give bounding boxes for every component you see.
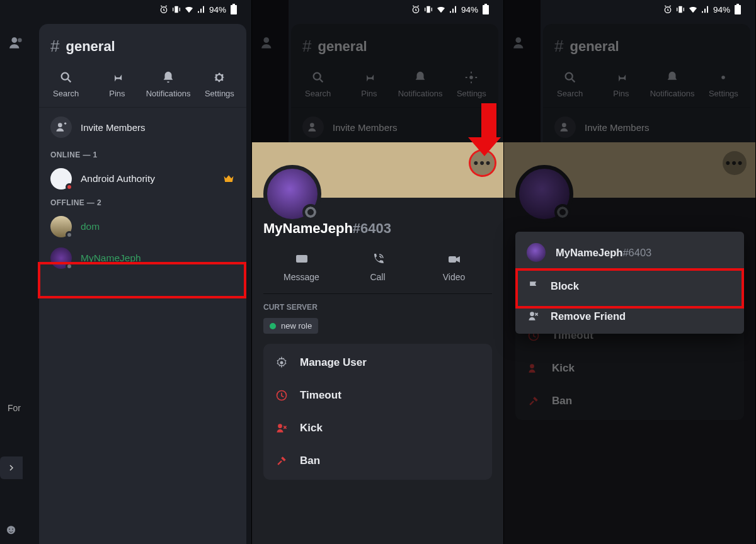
invite-members[interactable]: Invite Members <box>39 108 246 147</box>
kick-user[interactable]: Kick <box>263 412 492 445</box>
svg-point-14 <box>470 76 474 79</box>
manage-user[interactable]: Manage User <box>263 346 492 379</box>
clock-icon <box>275 389 289 402</box>
hash-icon: # <box>50 37 59 56</box>
emoji-icon[interactable]: ☻ <box>4 521 18 538</box>
gear-icon <box>212 70 227 85</box>
moderation-card: Manage User Timeout Kick Ban <box>263 344 492 480</box>
svg-point-5 <box>18 38 21 42</box>
avatar <box>50 247 72 269</box>
member-mynamejeph[interactable]: MyNameJeph <box>39 242 246 274</box>
vibrate-icon <box>423 4 433 14</box>
svg-point-18 <box>280 361 284 365</box>
vibrate-icon <box>675 4 685 14</box>
signal-icon <box>701 4 711 14</box>
remove-friend-option[interactable]: Remove Friend <box>515 301 744 331</box>
wifi-icon <box>184 4 194 14</box>
profile-avatar[interactable] <box>263 165 321 223</box>
svg-point-15 <box>310 123 314 127</box>
panel-context-menu: 94% #general Search Pins Notifications S… <box>504 0 756 544</box>
svg-point-4 <box>11 37 17 43</box>
notifications-action[interactable]: Notifications <box>143 70 194 98</box>
svg-rect-16 <box>296 255 307 263</box>
svg-point-26 <box>565 73 572 80</box>
avatar <box>50 168 72 190</box>
svg-rect-24 <box>736 4 739 5</box>
status-bar: 94% <box>146 0 251 19</box>
pins-action[interactable]: Pins <box>91 70 142 98</box>
role-chip[interactable]: new role <box>263 318 318 334</box>
chevron-right-icon[interactable] <box>0 456 23 479</box>
svg-point-28 <box>562 123 566 127</box>
call-button[interactable]: Call <box>340 252 416 282</box>
gear-icon <box>275 356 289 369</box>
alarm-icon <box>411 4 421 14</box>
member-dom[interactable]: dom <box>39 211 246 242</box>
profile-sheet: ••• MyNameJeph#6403 Message Call Video C… <box>252 142 503 544</box>
online-header: ONLINE — 1 <box>39 147 246 163</box>
vibrate-icon <box>171 4 181 14</box>
channel-actions: Search Pins Notifications Settings <box>39 66 246 108</box>
avatar <box>50 216 72 237</box>
svg-rect-10 <box>483 5 489 14</box>
svg-point-20 <box>278 424 282 428</box>
block-option[interactable]: Block <box>515 271 744 301</box>
panel-profile: 94% #general Search Pins Notifications S… <box>252 0 504 544</box>
svg-point-13 <box>313 73 320 80</box>
video-button[interactable]: Video <box>416 252 492 282</box>
crown-icon <box>222 173 235 185</box>
battery-percent: 94% <box>461 5 478 14</box>
svg-rect-22 <box>679 6 682 13</box>
bell-icon <box>161 70 176 85</box>
add-person-icon <box>50 116 72 138</box>
svg-rect-9 <box>427 6 430 13</box>
for-label: For <box>8 403 21 413</box>
svg-point-27 <box>722 76 726 79</box>
flag-icon <box>527 280 541 292</box>
hammer-icon <box>275 455 289 467</box>
offline-header: OFFLINE — 2 <box>39 195 246 211</box>
svg-rect-17 <box>449 256 456 263</box>
panel-members-list: 94% For ☻ # general Search Pins Notifica… <box>0 0 252 544</box>
arrow-annotation <box>477 103 501 156</box>
alarm-icon <box>663 4 673 14</box>
signal-icon <box>449 4 459 14</box>
settings-action[interactable]: Settings <box>194 70 245 98</box>
svg-rect-23 <box>735 5 741 14</box>
invite-label: Invite Members <box>81 122 146 133</box>
svg-point-25 <box>515 37 521 43</box>
avatar <box>527 243 546 262</box>
kick-icon <box>275 422 289 434</box>
svg-point-6 <box>61 73 68 80</box>
context-popup: MyNameJeph#6403 Block Remove Friend <box>515 232 744 334</box>
status-bar: 94% <box>398 0 503 19</box>
svg-rect-3 <box>232 4 235 5</box>
search-action[interactable]: Search <box>40 70 91 98</box>
remove-person-icon <box>527 310 541 322</box>
comm-actions: Message Call Video <box>263 247 492 294</box>
channel-title: # general <box>39 31 246 66</box>
svg-point-7 <box>58 123 62 127</box>
alarm-icon <box>159 4 169 14</box>
timeout-user[interactable]: Timeout <box>263 379 492 412</box>
svg-rect-11 <box>484 4 487 5</box>
message-button[interactable]: Message <box>263 252 340 282</box>
svg-rect-2 <box>231 5 237 14</box>
battery-icon <box>229 4 239 14</box>
friends-icon[interactable] <box>8 35 25 51</box>
popup-user[interactable]: MyNameJeph#6403 <box>515 234 744 271</box>
battery-icon <box>481 4 491 14</box>
svg-point-12 <box>263 37 269 43</box>
member-android-authority[interactable]: Android Authority <box>39 163 246 195</box>
username: MyNameJeph#6403 <box>263 220 492 237</box>
pin-icon <box>110 70 125 85</box>
ban-user[interactable]: Ban <box>263 445 492 477</box>
battery-percent: 94% <box>209 5 226 14</box>
battery-icon <box>733 4 743 14</box>
server-rail: For ☻ <box>0 0 37 544</box>
svg-point-31 <box>530 364 534 368</box>
svg-point-32 <box>530 312 534 316</box>
signal-icon <box>197 4 207 14</box>
svg-rect-1 <box>175 6 178 13</box>
channel-name: general <box>66 38 115 55</box>
